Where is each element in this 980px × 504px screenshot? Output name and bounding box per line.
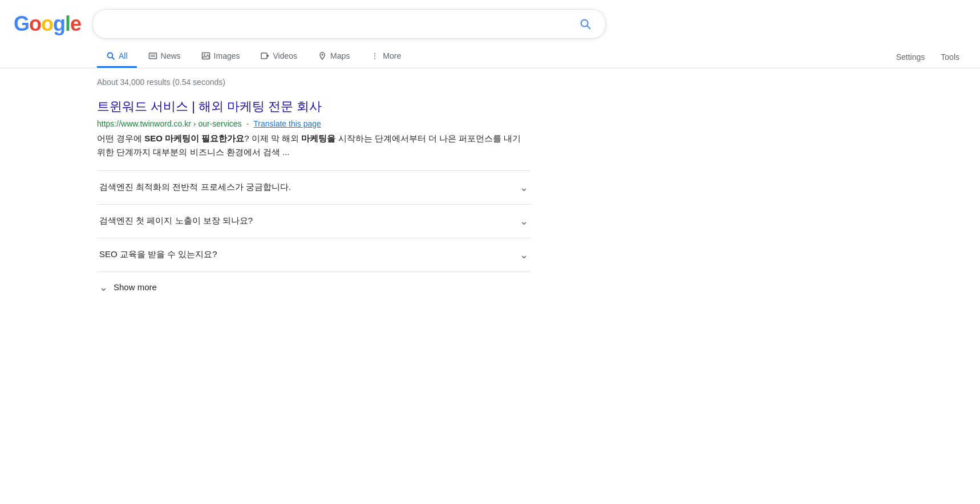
tab-all-label: All <box>119 51 128 60</box>
result-title[interactable]: 트윈워드 서비스 | 해외 마케팅 전문 회사 <box>97 98 531 116</box>
faq-item-1[interactable]: 검색엔진 첫 페이지 노출이 보장 되나요? ⌄ <box>97 205 531 238</box>
faq-text-0: 검색엔진 최적화의 전반적 프로세스가 궁금합니다. <box>99 182 291 193</box>
logo-letter-o1: o <box>29 12 41 36</box>
tab-images-label: Images <box>214 51 240 60</box>
faq-list: 검색엔진 최적화의 전반적 프로세스가 궁금합니다. ⌄ 검색엔진 첫 페이지 … <box>97 170 531 272</box>
tab-videos[interactable]: Videos <box>252 46 307 68</box>
nav-tabs: All News Images Videos <box>0 41 980 68</box>
search-icon <box>579 18 592 30</box>
main-content: About 34,000 results (0.54 seconds) 트윈워드… <box>0 68 627 312</box>
tab-maps-label: Maps <box>330 51 350 60</box>
tab-videos-label: Videos <box>273 51 298 60</box>
settings-link[interactable]: Settings <box>889 47 932 67</box>
show-more-label: Show more <box>114 282 157 292</box>
tab-news[interactable]: News <box>139 46 190 68</box>
tab-maps[interactable]: Maps <box>309 46 359 68</box>
faq-text-1: 검색엔진 첫 페이지 노출이 보장 되나요? <box>99 216 253 226</box>
logo-letter-g2: g <box>53 12 65 36</box>
maps-icon <box>318 51 327 60</box>
google-logo[interactable]: Google <box>14 12 81 36</box>
tab-more-label: More <box>383 51 401 60</box>
svg-rect-4 <box>149 53 156 59</box>
faq-text-2: SEO 교육을 받을 수 있는지요? <box>99 249 217 260</box>
faq-chevron-0: ⌄ <box>520 181 528 194</box>
result-dash: - <box>246 119 249 128</box>
logo-letter-l: l <box>65 12 70 36</box>
search-bar-wrapper: 어떤 경우에 SEO 마케팅이 필요한가요? <box>92 9 606 39</box>
svg-line-1 <box>587 26 590 29</box>
tools-link[interactable]: Tools <box>934 47 966 67</box>
svg-marker-10 <box>267 54 269 58</box>
svg-point-11 <box>322 54 323 56</box>
more-icon: ⋮ <box>370 51 379 60</box>
logo-letter-o2: o <box>41 12 53 36</box>
svg-rect-9 <box>261 53 267 59</box>
header: Google 어떤 경우에 SEO 마케팅이 필요한가요? <box>0 0 980 39</box>
result-snippet: 어떤 경우에 SEO 마케팅이 필요한가요? 이제 막 해외 마케팅을 시작하는… <box>97 132 531 159</box>
results-count: About 34,000 results (0.54 seconds) <box>97 78 614 87</box>
svg-point-8 <box>204 54 205 55</box>
faq-chevron-2: ⌄ <box>520 249 528 261</box>
faq-item-0[interactable]: 검색엔진 최적화의 전반적 프로세스가 궁금합니다. ⌄ <box>97 171 531 205</box>
result-item: 트윈워드 서비스 | 해외 마케팅 전문 회사 https://www.twin… <box>97 98 531 159</box>
search-bar: 어떤 경우에 SEO 마케팅이 필요한가요? <box>92 9 606 39</box>
videos-icon <box>261 51 270 60</box>
all-icon <box>106 51 115 60</box>
tab-all[interactable]: All <box>97 46 137 68</box>
logo-letter-e: e <box>70 12 81 36</box>
result-url-row: https://www.twinword.co.kr › our-service… <box>97 119 531 128</box>
translate-link[interactable]: Translate this page <box>253 119 321 128</box>
tab-news-label: News <box>161 51 181 60</box>
news-icon <box>148 51 157 60</box>
tab-more[interactable]: ⋮ More <box>361 46 410 68</box>
result-url: https://www.twinword.co.kr › our-service… <box>97 119 242 128</box>
search-button[interactable] <box>577 15 594 32</box>
show-more-button[interactable]: ⌄ Show more <box>97 272 614 303</box>
show-more-icon: ⌄ <box>99 281 108 294</box>
faq-chevron-1: ⌄ <box>520 215 528 227</box>
tab-images[interactable]: Images <box>192 46 249 68</box>
images-icon <box>201 51 210 60</box>
faq-item-2[interactable]: SEO 교육을 받을 수 있는지요? ⌄ <box>97 238 531 272</box>
search-input[interactable]: 어떤 경우에 SEO 마케팅이 필요한가요? <box>104 18 570 30</box>
svg-line-3 <box>112 58 115 60</box>
logo-letter-g: G <box>14 12 29 36</box>
